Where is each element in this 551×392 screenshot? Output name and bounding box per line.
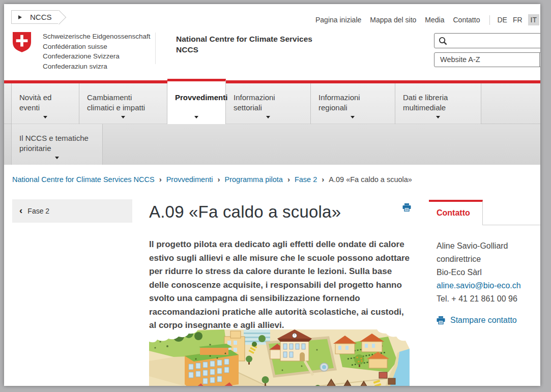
breadcrumb-fase-2[interactable]: Fase 2 xyxy=(295,175,317,184)
nav-item-label: Dati e libreria multimediale xyxy=(403,93,448,112)
lang-de[interactable]: DE xyxy=(497,16,507,24)
page-title: A.09 «Fa caldo a scuola» xyxy=(149,202,388,222)
contact-tab[interactable]: Contatto xyxy=(429,200,483,225)
printer-icon xyxy=(437,316,445,324)
chevron-down-icon xyxy=(436,116,440,118)
contact-phone: Tel. + 41 21 861 00 96 xyxy=(437,292,521,306)
print-contact-label: Stampare contatto xyxy=(450,316,517,325)
contact-name: Aline Savio-Golliard xyxy=(437,239,521,253)
back-link-label: Fase 2 xyxy=(27,207,49,215)
divider xyxy=(489,15,490,25)
nav-il-nccs-e-tematiche[interactable]: Il NCCS e tematiche prioritarie xyxy=(11,124,103,165)
contact-tab-border xyxy=(483,225,540,225)
nav-item-label: Il NCCS e tematiche prioritarie xyxy=(19,134,89,153)
breadcrumb-separator: › xyxy=(159,175,162,184)
chevron-left-icon: ‹ xyxy=(19,205,22,216)
chevron-down-icon xyxy=(43,116,47,118)
back-link-fase-2[interactable]: ‹ Fase 2 xyxy=(12,199,132,223)
page: NCCS Pagina iniziale Mappa del sito Medi… xyxy=(4,4,540,386)
tab-chevron-edge xyxy=(51,10,66,24)
main-navigation: Novità ed eventi Cambiamenti climatici e… xyxy=(4,83,540,165)
contact-email-link[interactable]: aline.savio@bio-eco.ch xyxy=(437,281,521,290)
header-divider xyxy=(155,33,156,64)
chevron-down-icon xyxy=(121,116,125,118)
accent-red-bar xyxy=(4,80,540,83)
logo-line-1: Schweizerische Eidgenossenschaft xyxy=(43,32,151,42)
breadcrumb: National Centre for Climate Services NCC… xyxy=(12,175,412,184)
print-page-button[interactable] xyxy=(402,203,411,214)
swiss-federal-logo[interactable]: Schweizerische Eidgenossenschaft Confédé… xyxy=(12,32,151,71)
contact-role: condirettrice xyxy=(437,253,521,266)
breadcrumb-programma-pilota[interactable]: Programma pilota xyxy=(225,175,283,184)
website-az-dropdown[interactable]: Website A-Z xyxy=(434,52,540,67)
lead-paragraph: Il progetto pilota era dedicato agli eff… xyxy=(149,238,412,333)
print-contact-button[interactable]: Stampare contatto xyxy=(437,316,517,325)
lang-fr[interactable]: FR xyxy=(513,16,523,24)
link-media[interactable]: Media xyxy=(425,16,444,24)
breadcrumb-provvedimenti[interactable]: Provvedimenti xyxy=(166,175,213,184)
chevron-down-icon xyxy=(266,116,270,118)
nav-informazioni-regionali[interactable]: Informazioni regionali xyxy=(311,83,395,124)
dropdown-button[interactable] xyxy=(540,53,540,67)
site-title: National Centre for Climate Services NCC… xyxy=(176,34,329,55)
breadcrumb-separator: › xyxy=(322,175,324,184)
breadcrumb-separator: › xyxy=(218,175,220,184)
chevron-down-icon xyxy=(194,116,198,118)
search-icon xyxy=(439,37,447,45)
nav-item-label: Novità ed eventi xyxy=(19,93,51,112)
triangle-right-icon xyxy=(18,15,22,19)
nav-item-label: Cambiamenti climatici e impatti xyxy=(87,93,145,112)
printer-icon xyxy=(402,203,411,212)
chevron-down-icon xyxy=(351,116,355,118)
logo-line-2: Confédération suisse xyxy=(43,42,151,52)
search-box xyxy=(434,33,540,48)
town-illustration-image xyxy=(149,329,410,386)
nav-dati-e-libreria[interactable]: Dati e libreria multimediale xyxy=(395,83,481,124)
contact-company: Bio-Eco Sàrl xyxy=(437,266,521,279)
nav-item-label: Provvedimenti xyxy=(175,93,227,102)
breadcrumb-current: A.09 «Fa caldo a scuola» xyxy=(329,175,412,184)
logo-line-3: Confederazione Svizzera xyxy=(43,51,151,62)
logo-line-4: Confederaziun svizra xyxy=(43,62,151,72)
contact-tab-label: Contatto xyxy=(429,202,482,218)
chevron-down-icon xyxy=(55,157,59,159)
contact-box: Contatto Aline Savio-Golliard condirettr… xyxy=(429,200,540,352)
contact-details: Aline Savio-Golliard condirettrice Bio-E… xyxy=(437,239,521,306)
nav-row-1: Novità ed eventi Cambiamenti climatici e… xyxy=(4,83,540,124)
nav-cambiamenti-climatici[interactable]: Cambiamenti climatici e impatti xyxy=(79,83,167,124)
swiss-coat-of-arms-icon xyxy=(12,32,32,52)
link-pagina-iniziale[interactable]: Pagina iniziale xyxy=(315,16,361,24)
nccs-site-tab[interactable]: NCCS xyxy=(11,10,59,24)
nav-item-label: Informazioni settoriali xyxy=(234,93,275,112)
nccs-tab-label: NCCS xyxy=(30,13,52,21)
town-illustration xyxy=(149,329,410,386)
nav-item-label: Informazioni regionali xyxy=(318,93,360,112)
link-contatto[interactable]: Contatto xyxy=(453,16,480,24)
search-input[interactable] xyxy=(451,34,540,47)
nav-row-2: Il NCCS e tematiche prioritarie xyxy=(4,124,540,165)
nav-informazioni-settoriali[interactable]: Informazioni settoriali xyxy=(226,83,311,124)
link-mappa-del-sito[interactable]: Mappa del sito xyxy=(370,16,416,24)
lang-it-active[interactable]: IT xyxy=(528,14,539,25)
nav-novita-ed-eventi[interactable]: Novità ed eventi xyxy=(11,83,79,124)
nav-provvedimenti-active[interactable]: Provvedimenti xyxy=(167,79,226,124)
website-az-label: Website A-Z xyxy=(434,53,539,67)
meta-navigation: Pagina iniziale Mappa del sito Media Con… xyxy=(315,14,540,25)
breadcrumb-separator: › xyxy=(287,175,290,184)
breadcrumb-home[interactable]: National Centre for Climate Services NCC… xyxy=(12,175,155,184)
logo-text: Schweizerische Eidgenossenschaft Confédé… xyxy=(43,32,151,71)
